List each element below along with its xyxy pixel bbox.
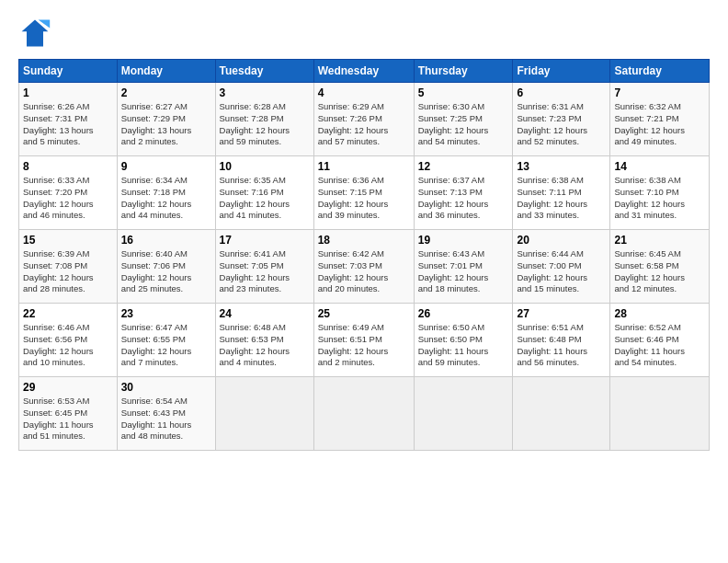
calendar-day-cell: 19Sunrise: 6:43 AMSunset: 7:01 PMDayligh… (414, 230, 513, 304)
day-number: 5 (418, 86, 509, 99)
calendar-day-cell: 24Sunrise: 6:48 AMSunset: 6:53 PMDayligh… (215, 304, 313, 377)
day-info: Sunrise: 6:38 AMSunset: 7:11 PMDaylight:… (517, 175, 606, 222)
day-info: Sunrise: 6:41 AMSunset: 7:05 PMDaylight:… (220, 248, 310, 295)
day-number: 13 (517, 160, 606, 173)
calendar-day-header: Thursday (414, 60, 513, 83)
calendar-day-cell: 28Sunrise: 6:52 AMSunset: 6:46 PMDayligh… (610, 304, 710, 377)
calendar-header-row: SundayMondayTuesdayWednesdayThursdayFrid… (19, 60, 710, 83)
calendar-day-cell: 3Sunrise: 6:28 AMSunset: 7:28 PMDaylight… (215, 83, 313, 156)
day-number: 30 (121, 381, 211, 394)
day-info: Sunrise: 6:28 AMSunset: 7:28 PMDaylight:… (220, 101, 310, 148)
day-number: 20 (517, 234, 606, 247)
day-info: Sunrise: 6:34 AMSunset: 7:18 PMDaylight:… (121, 175, 211, 222)
day-number: 28 (614, 307, 705, 320)
day-number: 6 (517, 86, 606, 99)
calendar-day-cell: 9Sunrise: 6:34 AMSunset: 7:18 PMDaylight… (117, 156, 215, 230)
calendar-week-row: 15Sunrise: 6:39 AMSunset: 7:08 PMDayligh… (19, 230, 710, 304)
day-number: 3 (220, 86, 310, 99)
calendar-day-cell: 20Sunrise: 6:44 AMSunset: 7:00 PMDayligh… (513, 230, 610, 304)
day-number: 16 (121, 234, 211, 247)
calendar-day-cell: 21Sunrise: 6:45 AMSunset: 6:58 PMDayligh… (610, 230, 710, 304)
calendar-day-header: Sunday (19, 60, 118, 83)
day-number: 22 (23, 307, 113, 320)
day-number: 24 (220, 307, 310, 320)
day-info: Sunrise: 6:36 AMSunset: 7:15 PMDaylight:… (318, 175, 410, 222)
calendar-day-cell (513, 377, 610, 451)
day-number: 18 (318, 234, 410, 247)
calendar-day-cell: 25Sunrise: 6:49 AMSunset: 6:51 PMDayligh… (313, 304, 414, 377)
day-number: 8 (23, 160, 113, 173)
calendar-day-cell: 30Sunrise: 6:54 AMSunset: 6:43 PMDayligh… (117, 377, 215, 451)
day-number: 1 (23, 86, 113, 99)
day-number: 19 (418, 234, 509, 247)
calendar-week-row: 22Sunrise: 6:46 AMSunset: 6:56 PMDayligh… (19, 304, 710, 377)
calendar-day-cell: 2Sunrise: 6:27 AMSunset: 7:29 PMDaylight… (117, 83, 215, 156)
calendar-day-cell: 27Sunrise: 6:51 AMSunset: 6:48 PMDayligh… (513, 304, 610, 377)
calendar-day-cell: 10Sunrise: 6:35 AMSunset: 7:16 PMDayligh… (215, 156, 313, 230)
day-info: Sunrise: 6:44 AMSunset: 7:00 PMDaylight:… (517, 248, 606, 295)
logo-icon (18, 17, 51, 50)
day-info: Sunrise: 6:51 AMSunset: 6:48 PMDaylight:… (517, 322, 606, 369)
calendar-day-cell: 15Sunrise: 6:39 AMSunset: 7:08 PMDayligh… (19, 230, 118, 304)
day-number: 25 (318, 307, 410, 320)
calendar-day-cell: 6Sunrise: 6:31 AMSunset: 7:23 PMDaylight… (513, 83, 610, 156)
day-info: Sunrise: 6:29 AMSunset: 7:26 PMDaylight:… (318, 101, 410, 148)
calendar-day-cell: 22Sunrise: 6:46 AMSunset: 6:56 PMDayligh… (19, 304, 118, 377)
day-info: Sunrise: 6:50 AMSunset: 6:50 PMDaylight:… (418, 322, 509, 369)
day-info: Sunrise: 6:49 AMSunset: 6:51 PMDaylight:… (318, 322, 410, 369)
day-info: Sunrise: 6:54 AMSunset: 6:43 PMDaylight:… (121, 396, 211, 442)
calendar-day-header: Monday (117, 60, 215, 83)
day-number: 14 (614, 160, 705, 173)
calendar-day-header: Friday (513, 60, 610, 83)
calendar-day-cell: 17Sunrise: 6:41 AMSunset: 7:05 PMDayligh… (215, 230, 313, 304)
day-number: 12 (418, 160, 509, 173)
calendar-week-row: 1Sunrise: 6:26 AMSunset: 7:31 PMDaylight… (19, 83, 710, 156)
calendar-day-cell (610, 377, 710, 451)
calendar-week-row: 29Sunrise: 6:53 AMSunset: 6:45 PMDayligh… (19, 377, 710, 451)
page: SundayMondayTuesdayWednesdayThursdayFrid… (0, 0, 728, 460)
day-number: 2 (121, 86, 211, 99)
calendar-day-cell (313, 377, 414, 451)
calendar-day-cell (414, 377, 513, 451)
day-info: Sunrise: 6:37 AMSunset: 7:13 PMDaylight:… (418, 175, 509, 222)
day-info: Sunrise: 6:40 AMSunset: 7:06 PMDaylight:… (121, 248, 211, 295)
calendar-day-cell: 11Sunrise: 6:36 AMSunset: 7:15 PMDayligh… (313, 156, 414, 230)
day-info: Sunrise: 6:53 AMSunset: 6:45 PMDaylight:… (23, 396, 113, 442)
day-number: 11 (318, 160, 410, 173)
day-number: 21 (614, 234, 705, 247)
day-number: 10 (220, 160, 310, 173)
calendar-day-cell: 5Sunrise: 6:30 AMSunset: 7:25 PMDaylight… (414, 83, 513, 156)
day-info: Sunrise: 6:32 AMSunset: 7:21 PMDaylight:… (614, 101, 705, 148)
day-info: Sunrise: 6:39 AMSunset: 7:08 PMDaylight:… (23, 248, 113, 295)
day-info: Sunrise: 6:45 AMSunset: 6:58 PMDaylight:… (614, 248, 705, 295)
day-number: 26 (418, 307, 509, 320)
day-info: Sunrise: 6:35 AMSunset: 7:16 PMDaylight:… (220, 175, 310, 222)
calendar-day-cell: 4Sunrise: 6:29 AMSunset: 7:26 PMDaylight… (313, 83, 414, 156)
day-info: Sunrise: 6:26 AMSunset: 7:31 PMDaylight:… (23, 101, 113, 148)
calendar-day-cell: 1Sunrise: 6:26 AMSunset: 7:31 PMDaylight… (19, 83, 118, 156)
calendar-day-cell: 23Sunrise: 6:47 AMSunset: 6:55 PMDayligh… (117, 304, 215, 377)
calendar-day-cell: 18Sunrise: 6:42 AMSunset: 7:03 PMDayligh… (313, 230, 414, 304)
day-number: 27 (517, 307, 606, 320)
calendar-day-cell: 29Sunrise: 6:53 AMSunset: 6:45 PMDayligh… (19, 377, 118, 451)
day-number: 9 (121, 160, 211, 173)
calendar-day-cell: 7Sunrise: 6:32 AMSunset: 7:21 PMDaylight… (610, 83, 710, 156)
day-info: Sunrise: 6:47 AMSunset: 6:55 PMDaylight:… (121, 322, 211, 369)
calendar-day-cell: 26Sunrise: 6:50 AMSunset: 6:50 PMDayligh… (414, 304, 513, 377)
logo (18, 17, 55, 50)
day-number: 29 (23, 381, 113, 394)
day-info: Sunrise: 6:43 AMSunset: 7:01 PMDaylight:… (418, 248, 509, 295)
day-info: Sunrise: 6:52 AMSunset: 6:46 PMDaylight:… (614, 322, 705, 369)
calendar-table: SundayMondayTuesdayWednesdayThursdayFrid… (18, 59, 710, 451)
day-info: Sunrise: 6:27 AMSunset: 7:29 PMDaylight:… (121, 101, 211, 148)
day-number: 4 (318, 86, 410, 99)
day-info: Sunrise: 6:42 AMSunset: 7:03 PMDaylight:… (318, 248, 410, 295)
calendar-day-cell: 13Sunrise: 6:38 AMSunset: 7:11 PMDayligh… (513, 156, 610, 230)
day-number: 7 (614, 86, 705, 99)
day-info: Sunrise: 6:38 AMSunset: 7:10 PMDaylight:… (614, 175, 705, 222)
day-info: Sunrise: 6:48 AMSunset: 6:53 PMDaylight:… (220, 322, 310, 369)
calendar-day-cell: 16Sunrise: 6:40 AMSunset: 7:06 PMDayligh… (117, 230, 215, 304)
day-number: 17 (220, 234, 310, 247)
day-info: Sunrise: 6:31 AMSunset: 7:23 PMDaylight:… (517, 101, 606, 148)
day-info: Sunrise: 6:30 AMSunset: 7:25 PMDaylight:… (418, 101, 509, 148)
